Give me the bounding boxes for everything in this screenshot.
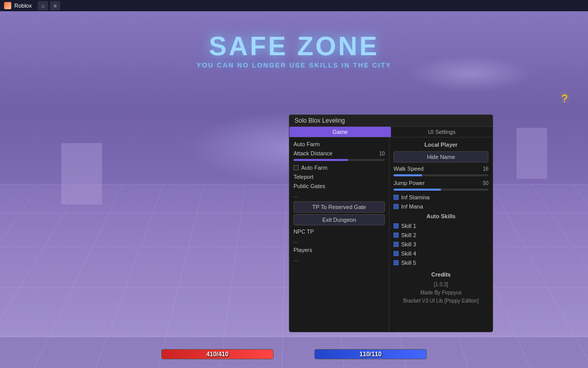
credits-version: [1.0.3] Made By Poppyus Bracket V3 UI Li… [389,280,493,306]
tab-ui[interactable]: UI Settings [391,127,493,137]
npc-tp-label: NPC TP [293,228,385,235]
skill2-checkbox[interactable] [394,233,399,238]
jump-power-fill [394,189,441,191]
game-column: Auto Farm Attack Distance 10 Auto Farm T… [289,137,389,332]
credits-section: Credits [389,267,493,280]
inf-mana-row[interactable]: Inf Mana [389,202,493,211]
local-player-section: Local Player [389,140,493,150]
skill5-row[interactable]: Skill 5 [389,258,493,267]
safezone-subtitle: YOU CAN NO LONGER USE SKILLS IN THE CITY [197,61,391,69]
teleport-label: Teleport [293,174,385,180]
menu-icon[interactable]: ≡ [50,1,60,10]
health-bar-text: 410/410 [162,350,273,359]
slider-fill [293,159,348,161]
auto-farm-label: Auto Farm [293,141,385,147]
home-icon[interactable]: ⌂ [38,1,48,10]
health-bar: 410/410 [161,349,274,359]
skill2-label: Skill 2 [401,232,416,238]
auto-farm-checkbox-row[interactable]: Auto Farm [289,163,389,172]
skill1-checkbox[interactable] [394,223,399,228]
npc-tp-dropdown[interactable]: ... [289,236,389,245]
players-dropdown[interactable]: ... [289,255,389,264]
auto-farm-row: Auto Farm [289,140,389,149]
building-right [517,128,547,179]
attack-distance-slider[interactable] [289,159,389,163]
public-gates-dropdown[interactable]: ... [289,191,389,200]
attack-distance-value: 10 [379,151,385,156]
attack-distance-label: Attack Distance [293,150,379,156]
skill4-checkbox[interactable] [394,251,399,256]
skill2-row[interactable]: Skill 2 [389,231,493,240]
panel-body: Auto Farm Attack Distance 10 Auto Farm T… [289,137,493,332]
walk-speed-row: Walk Speed 16 [389,164,493,173]
main-panel: Solo Blox Leveling Game UI Settings Auto… [289,114,493,332]
mana-bar-text: 110/110 [315,350,426,359]
walk-speed-track [394,174,488,176]
safezone-title: SAFE ZONE YOU CAN NO LONGER USE SKILLS I… [197,31,391,69]
skill3-checkbox[interactable] [394,242,399,247]
skill1-label: Skill 1 [401,223,416,229]
hide-name-button[interactable]: Hide Name [394,151,488,163]
safezone-heading: SAFE ZONE [197,31,391,61]
health-bar-container: 410/410 [161,349,274,359]
walk-speed-fill [394,174,422,176]
skill5-label: Skill 5 [401,260,416,266]
inf-stamina-row[interactable]: Inf Stamina [389,193,493,202]
jump-power-slider[interactable] [389,189,493,193]
ui-column: Local Player Hide Name Walk Speed 16 Jum… [389,137,493,332]
walk-speed-slider[interactable] [389,174,493,178]
teleport-row: Teleport [289,172,389,181]
taskbar-icons: ⌂ ≡ [38,1,60,10]
auto-skills-section: Auto Skills [389,211,493,221]
players-label: Players [293,247,385,253]
walk-speed-value: 16 [483,166,488,172]
inf-mana-checkbox[interactable] [394,204,399,209]
roblox-logo [4,2,11,9]
npc-tp-row: NPC TP [289,227,389,236]
jump-power-value: 50 [483,180,488,186]
taskbar-title: Roblox [14,3,32,9]
exit-dungeon-button[interactable]: Exit Dungeon [293,214,385,225]
walk-speed-label: Walk Speed [394,166,483,172]
skill3-label: Skill 3 [401,241,416,247]
attack-distance-row: Attack Distance 10 [289,149,389,158]
slider-track [293,159,385,161]
inf-stamina-checkbox[interactable] [394,195,399,200]
mana-bar: 110/110 [314,349,427,359]
inf-mana-label: Inf Mana [401,203,423,210]
panel-tabs: Game UI Settings [289,127,493,137]
jump-power-label: Jump Power [394,180,483,186]
skill1-row[interactable]: Skill 1 [389,221,493,231]
taskbar: Roblox ⌂ ≡ [0,0,588,11]
panel-title: Solo Blox Leveling [295,117,345,124]
hud-bottom: 410/410 110/110 [0,340,588,368]
auto-farm-checkbox[interactable] [293,165,299,170]
jump-power-track [394,189,488,191]
skill4-row[interactable]: Skill 4 [389,249,493,258]
inf-stamina-label: Inf Stamina [401,194,430,200]
public-gates-row: Public Gates [289,181,389,191]
jump-power-row: Jump Power 50 [389,178,493,188]
skill3-row[interactable]: Skill 3 [389,240,493,249]
skill5-checkbox[interactable] [394,260,399,265]
building-left [61,143,102,204]
panel-titlebar: Solo Blox Leveling [289,115,493,127]
question-icon[interactable]: ? [561,92,568,105]
auto-farm-checkbox-label: Auto Farm [301,165,327,171]
skill4-label: Skill 4 [401,250,416,257]
tp-reserved-button[interactable]: TP To Reserved Gate [293,201,385,213]
public-gates-label: Public Gates [293,183,385,189]
mana-bar-container: 110/110 [314,349,427,359]
tab-game[interactable]: Game [289,127,391,137]
players-row: Players [289,245,389,255]
